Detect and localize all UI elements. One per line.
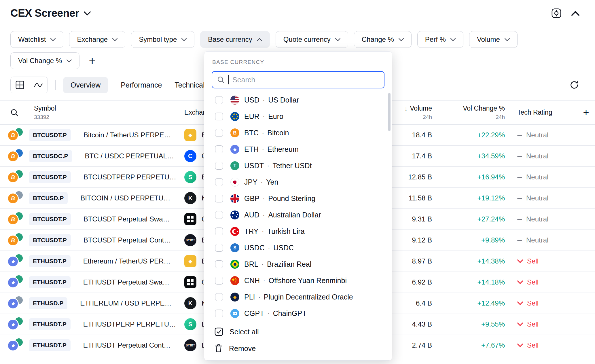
currency-name: Tether USDt: [272, 162, 312, 170]
checkbox[interactable]: [215, 145, 223, 153]
select-all-icon: [215, 327, 223, 336]
settings-button[interactable]: [548, 5, 564, 21]
vol-change-cell: +12.49%: [432, 299, 505, 307]
currency-option-brl[interactable]: BRL · Brazilian Real: [204, 256, 392, 272]
search-symbols-button[interactable]: [6, 105, 22, 121]
screener-title-menu[interactable]: CEX Screener: [10, 7, 91, 19]
currency-option-gbp[interactable]: GBP · Pound Sterling: [204, 190, 392, 207]
column-header-tech-rating[interactable]: Tech Rating: [517, 109, 552, 116]
pair-icon: ◆: [5, 317, 24, 331]
tab-technicals[interactable]: Technicals: [175, 77, 208, 93]
filter-symbol-type[interactable]: Symbol type: [131, 31, 194, 48]
filter-vol-change[interactable]: Vol Change %: [10, 52, 79, 69]
pair-icon: B: [5, 149, 24, 163]
chevron-down-icon: [112, 38, 118, 41]
currency-name: Ethereum: [267, 145, 298, 153]
pair-icon: B: [5, 212, 24, 226]
symbol-badge[interactable]: ETHUSDT.P: [29, 255, 71, 267]
separator-dot: ·: [267, 309, 270, 318]
tab-overview[interactable]: Overview: [63, 77, 108, 93]
checkbox[interactable]: [215, 227, 223, 235]
minus-icon: [517, 135, 522, 136]
currency-option-usdt[interactable]: T USDT · Tether USDt: [204, 158, 392, 174]
collapse-button[interactable]: [567, 5, 583, 21]
checkbox[interactable]: [215, 195, 223, 202]
text-caret: [228, 75, 229, 84]
checkbox[interactable]: [215, 178, 223, 186]
currency-option-cnh[interactable]: CNH · Offshore Yuan Renminbi: [204, 272, 392, 289]
filter-base-currency[interactable]: Base currency: [200, 31, 270, 48]
sort-desc-icon: ↓: [404, 105, 408, 112]
chevron-down-icon: [399, 38, 404, 41]
checkbox[interactable]: [215, 162, 223, 170]
filter-perf[interactable]: Perf %: [417, 31, 463, 48]
filter-change[interactable]: Change %: [354, 31, 412, 48]
symbol-badge[interactable]: BTCUSDT.P: [29, 213, 71, 225]
currency-option-jpy[interactable]: JPY · Yen: [204, 174, 392, 190]
symbol-badge[interactable]: ETHUSDT.P: [29, 276, 71, 288]
symbol-badge[interactable]: BTCUSDT.P: [29, 129, 71, 141]
checkbox[interactable]: [215, 113, 223, 120]
currency-code: TRY: [244, 227, 259, 236]
currency-option-pli[interactable]: ◆ PLI · Plugin Decentralized Oracle: [204, 289, 392, 305]
chevron-down-icon: [84, 11, 91, 16]
currency-option-usdc[interactable]: $ USDC · USDC: [204, 240, 392, 256]
tab-performance[interactable]: Performance: [121, 77, 162, 93]
select-all-button[interactable]: Select all: [204, 323, 392, 340]
minus-icon: [517, 240, 522, 241]
filter-quote-currency[interactable]: Quote currency: [276, 31, 348, 48]
exchange-icon: S: [184, 171, 196, 183]
add-column-button[interactable]: +: [578, 105, 594, 121]
scrollbar-thumb[interactable]: [388, 93, 391, 131]
currency-code: BRL: [244, 260, 258, 268]
checkbox[interactable]: [215, 129, 223, 137]
tech-rating-cell: Neutral: [505, 215, 577, 223]
column-header-symbol[interactable]: Symbol: [34, 105, 56, 112]
filter-row-1: Watchlist Exchange Symbol type Base curr…: [10, 31, 585, 48]
table-view-button[interactable]: [11, 77, 29, 93]
symbol-badge[interactable]: ETHUSD.P: [29, 297, 67, 309]
checkbox[interactable]: [215, 211, 223, 219]
currency-option-aud[interactable]: AUD · Australian Dollar: [204, 207, 392, 223]
checkbox[interactable]: [215, 260, 223, 268]
separator-dot: ·: [267, 162, 269, 170]
symbol-badge[interactable]: BTCUSDT.P: [29, 171, 71, 183]
symbol-badge[interactable]: BTCUSDT.P: [29, 234, 71, 246]
checkbox[interactable]: [215, 96, 223, 104]
checkbox[interactable]: [215, 293, 223, 301]
chart-view-button[interactable]: [29, 77, 48, 93]
checkbox[interactable]: [215, 244, 223, 252]
cex-screener-app: CEX Screener Watchlist Exc: [0, 0, 595, 364]
currency-option-eur[interactable]: EUR · Euro: [204, 108, 392, 125]
add-filter-button[interactable]: +: [84, 53, 100, 69]
symbol-badge[interactable]: BTCUSDC.P: [29, 150, 72, 162]
symbol-badge[interactable]: ETHUSDT.P: [29, 318, 71, 330]
checkbox[interactable]: [215, 310, 223, 317]
refresh-button[interactable]: [566, 77, 582, 93]
chevron-down-icon: [517, 259, 523, 263]
symbol-description: BTCUSDTPERP PERPETU…: [84, 173, 176, 181]
remove-button[interactable]: Remove: [204, 340, 392, 357]
currency-code: USD: [244, 96, 259, 104]
currency-name: ChainGPT: [273, 309, 307, 318]
filter-watchlist[interactable]: Watchlist: [10, 31, 63, 48]
currency-option-usd[interactable]: USD · US Dollar: [204, 92, 392, 108]
currency-code: USDT: [244, 162, 264, 170]
currency-option-btc[interactable]: B BTC · Bitcoin: [204, 125, 392, 141]
filter-volume[interactable]: Volume: [469, 31, 518, 48]
column-header-vol-change[interactable]: Vol Change % 24h: [432, 105, 505, 120]
vol-change-cell: +34.59%: [432, 152, 505, 160]
minus-icon: [517, 156, 522, 157]
checkbox[interactable]: [215, 277, 223, 285]
currency-option-eth[interactable]: ◆ ETH · Ethereum: [204, 141, 392, 158]
separator-dot: ·: [261, 178, 263, 186]
tech-rating-cell: Sell: [505, 341, 577, 349]
symbol-badge[interactable]: BTCUSD.P: [29, 192, 68, 204]
currency-option-cgpt[interactable]: CGPT · ChainGPT: [204, 305, 392, 321]
search-input[interactable]: Search: [212, 71, 384, 88]
currency-code: EUR: [244, 112, 259, 121]
chevron-down-icon: [50, 38, 56, 41]
symbol-badge[interactable]: ETHUSDT.P: [29, 339, 71, 351]
currency-option-try[interactable]: TRY · Turkish Lira: [204, 223, 392, 240]
filter-exchange[interactable]: Exchange: [69, 31, 125, 48]
